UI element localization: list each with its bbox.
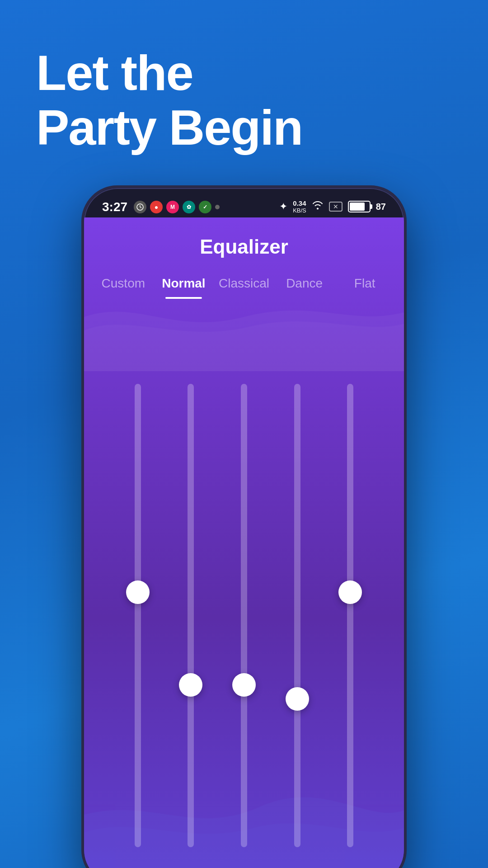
- status-icons: ● M ✿ ✓: [134, 201, 220, 213]
- app-screen: Equalizer Custom Normal Classical Dance …: [84, 217, 404, 868]
- slider-1-thumb[interactable]: [126, 580, 150, 604]
- slider-4[interactable]: [284, 384, 311, 847]
- slider-2-track: [188, 384, 194, 847]
- slider-3-track: [241, 384, 247, 847]
- app-icon-4: ✓: [199, 201, 211, 213]
- app-icon-2: M: [166, 201, 179, 213]
- slider-4-track: [294, 384, 300, 847]
- wifi-icon: [312, 200, 324, 213]
- battery-fill: [350, 203, 365, 211]
- tab-active-indicator: [165, 297, 202, 299]
- tab-classical-label: Classical: [219, 276, 269, 290]
- tab-normal-label: Normal: [162, 276, 205, 290]
- tab-dance[interactable]: Dance: [274, 272, 335, 299]
- slider-5[interactable]: [337, 384, 364, 847]
- tab-classical[interactable]: Classical: [214, 272, 274, 299]
- status-dot: [215, 205, 220, 209]
- hero-title: Let the Party Begin: [36, 45, 302, 155]
- screen-title: Equalizer: [84, 217, 404, 258]
- bluetooth-icon: ✦: [279, 201, 287, 212]
- clock-icon: [134, 201, 146, 213]
- slider-2-thumb[interactable]: [179, 673, 202, 697]
- screen-cast-icon: ✕: [329, 202, 343, 212]
- battery-percent: 87: [376, 202, 386, 212]
- tab-normal[interactable]: Normal: [154, 272, 214, 299]
- slider-3[interactable]: [230, 384, 258, 847]
- phone-frame: 3:27 ● M: [81, 185, 407, 868]
- status-right: ✦ 0.34 KB/S ✕: [279, 200, 386, 214]
- status-bar: 3:27 ● M: [84, 188, 404, 217]
- slider-5-track: [347, 384, 353, 847]
- app-icon-1: ●: [150, 201, 163, 213]
- slider-2[interactable]: [177, 384, 204, 847]
- tab-dance-label: Dance: [286, 276, 323, 290]
- tab-custom[interactable]: Custom: [93, 272, 154, 299]
- data-speed: 0.34 KB/S: [293, 200, 306, 214]
- tab-custom-label: Custom: [102, 276, 145, 290]
- slider-1-track: [135, 384, 141, 847]
- tabs-container[interactable]: Custom Normal Classical Dance Flat: [84, 258, 404, 299]
- status-left: 3:27 ● M: [102, 200, 220, 214]
- slider-1[interactable]: [124, 384, 151, 847]
- tab-flat-label: Flat: [354, 276, 375, 290]
- slider-5-thumb[interactable]: [338, 580, 362, 604]
- battery-icon: [348, 201, 371, 212]
- hero-section: Let the Party Begin: [36, 45, 302, 155]
- slider-3-thumb[interactable]: [232, 673, 256, 697]
- app-icon-3: ✿: [183, 201, 195, 213]
- sliders-area: [84, 384, 404, 868]
- status-time: 3:27: [102, 200, 127, 214]
- phone-mockup: 3:27 ● M: [81, 185, 407, 868]
- svg-line-2: [140, 207, 141, 208]
- slider-4-thumb[interactable]: [286, 687, 309, 711]
- tab-flat[interactable]: Flat: [334, 272, 395, 299]
